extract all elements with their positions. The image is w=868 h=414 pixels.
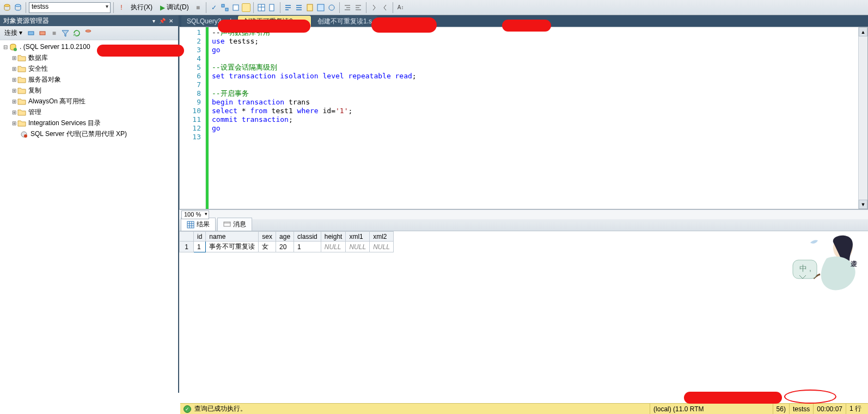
toolbar-separator xyxy=(206,2,206,13)
status-tail: 56) xyxy=(773,404,789,414)
code-editor[interactable]: 12345678910111213 --声明数据库引用use testss;go… xyxy=(179,27,868,209)
database-combo[interactable]: testss xyxy=(29,2,111,13)
close-icon[interactable]: ✕ xyxy=(167,17,175,24)
table-row[interactable]: 11事务不可重复读女201NULLNULLNULL xyxy=(180,242,394,252)
tree-item[interactable]: ⊞复制 xyxy=(0,85,178,96)
editor-scrollbar[interactable]: ▲ ▼ xyxy=(858,27,867,209)
expand-icon[interactable]: ⊞ xyxy=(11,120,17,126)
specify-values-icon[interactable]: A↕ xyxy=(396,3,406,13)
svg-point-9 xyxy=(329,5,334,10)
panel-header[interactable]: 对象资源管理器 ▾ 📌 ✕ xyxy=(0,15,178,26)
grid-icon xyxy=(187,221,194,228)
object-tree[interactable]: ⊟ . (SQL Server 11.0.2100 ⊞数据库⊞安全性⊞服务器对象… xyxy=(0,40,178,393)
expand-icon[interactable]: ⊞ xyxy=(11,55,17,61)
folder-icon xyxy=(17,86,26,94)
toolbar-separator xyxy=(26,2,26,13)
tree-item[interactable]: ⊞管理 xyxy=(0,107,178,118)
indent-icon[interactable] xyxy=(343,3,352,13)
disconnect-icon[interactable] xyxy=(38,28,47,38)
collapse-icon[interactable]: ⊟ xyxy=(2,44,9,50)
results-grid[interactable]: idnamesexageclassidheightxml1xml211事务不可重… xyxy=(179,231,868,393)
surround-icon[interactable] xyxy=(327,3,337,13)
message-icon xyxy=(223,221,231,228)
agent-icon xyxy=(20,130,28,138)
document-tab[interactable]: SQLQuery3.sql xyxy=(181,16,237,27)
filter-icon[interactable] xyxy=(60,28,70,38)
indent-more-icon[interactable] xyxy=(369,3,379,13)
status-bar: ✓ 查询已成功执行。 (local) (11.0 RTM 56) testss … xyxy=(180,403,868,414)
svg-point-0 xyxy=(4,4,10,7)
svg-point-12 xyxy=(85,30,91,32)
parse-icon[interactable]: ✓ xyxy=(209,3,219,13)
refresh-icon[interactable] xyxy=(72,28,82,38)
tree-item[interactable]: ⊞AlwaysOn 高可用性 xyxy=(0,96,178,107)
expand-icon[interactable]: ⊞ xyxy=(11,66,17,72)
scroll-up-icon[interactable]: ▲ xyxy=(859,27,867,36)
svg-point-1 xyxy=(15,4,21,7)
results-tab[interactable]: 结果 xyxy=(181,218,216,231)
column-header[interactable]: id xyxy=(194,232,206,242)
document-tab[interactable]: 创建不可重复读2.s✕ xyxy=(238,16,311,27)
db-refresh-icon[interactable] xyxy=(83,28,93,38)
stop-icon[interactable]: ■ xyxy=(193,3,203,13)
results-file-icon[interactable] xyxy=(267,3,277,13)
column-header[interactable]: sex xyxy=(259,232,276,242)
plan-icon[interactable] xyxy=(220,3,230,13)
folder-icon xyxy=(17,97,26,105)
column-header[interactable]: name xyxy=(206,232,259,242)
pin-icon[interactable]: 📌 xyxy=(158,17,166,24)
tree-item[interactable]: ⊞Integration Services 目录 xyxy=(0,118,178,128)
status-elapsed: 00:00:07 xyxy=(813,404,846,414)
code-content[interactable]: --声明数据库引用use testss;go --设置会话隔离级别set tra… xyxy=(209,27,858,209)
db-change-icon[interactable] xyxy=(13,3,23,13)
document-tab[interactable]: 创建不可重复读1.s xyxy=(312,16,377,27)
svg-rect-6 xyxy=(270,4,274,11)
tree-root[interactable]: ⊟ . (SQL Server 11.0.2100 xyxy=(0,41,178,52)
tree-item[interactable]: ⊞服务器对象 xyxy=(0,74,178,85)
close-icon[interactable]: ✕ xyxy=(301,18,305,24)
expand-icon[interactable]: ⊞ xyxy=(11,109,17,115)
editor-area: SQLQuery3.sql创建不可重复读2.s✕创建不可重复读1.s 12345… xyxy=(179,15,868,393)
stop-connect-icon[interactable]: ■ xyxy=(49,28,59,38)
warning-icon[interactable]: ! xyxy=(117,3,126,13)
svg-rect-11 xyxy=(40,32,45,35)
execute-button[interactable]: 执行(X) xyxy=(127,2,156,14)
status-text: 查询已成功执行。 xyxy=(194,404,247,413)
column-header[interactable]: classid xyxy=(294,232,321,242)
results-grid-icon[interactable] xyxy=(256,3,266,13)
messages-tab[interactable]: 消息 xyxy=(217,218,252,231)
book-icon[interactable] xyxy=(305,3,315,13)
results-to-text-icon[interactable] xyxy=(242,3,250,12)
object-explorer-panel: 对象资源管理器 ▾ 📌 ✕ 连接 ▾ ■ ⊟ . (SQL Server 11.… xyxy=(0,15,179,393)
expand-icon[interactable]: ⊞ xyxy=(11,98,17,104)
status-db: testss xyxy=(789,404,813,414)
svg-text:中 ,: 中 , xyxy=(799,264,811,273)
column-header[interactable]: xml1 xyxy=(346,232,370,242)
success-icon: ✓ xyxy=(184,405,191,413)
dropdown-icon[interactable]: ▾ xyxy=(150,17,157,24)
connect-icon[interactable] xyxy=(26,28,36,38)
actual-plan-icon[interactable] xyxy=(231,3,241,13)
decorative-character: 中 , 逆袭 xyxy=(788,228,865,299)
comment-icon[interactable] xyxy=(283,3,293,13)
snippet-icon[interactable] xyxy=(316,3,326,13)
tree-item[interactable]: ⊞安全性 xyxy=(0,63,178,74)
indent-less-icon[interactable] xyxy=(380,3,390,13)
tree-agent[interactable]: SQL Server 代理(已禁用代理 XP) xyxy=(0,128,178,139)
debug-button[interactable]: ▶调试(D) xyxy=(157,2,192,14)
zoom-combo[interactable]: 100 % xyxy=(181,211,209,219)
uncomment-icon[interactable] xyxy=(294,3,304,13)
line-gutter: 12345678910111213 xyxy=(180,27,206,209)
column-header[interactable]: age xyxy=(276,232,294,242)
outdent-icon[interactable] xyxy=(353,3,363,13)
expand-icon[interactable]: ⊞ xyxy=(11,77,17,83)
toolbar-separator xyxy=(366,2,366,13)
db-connect-icon[interactable] xyxy=(2,3,12,13)
svg-rect-4 xyxy=(233,5,239,10)
column-header[interactable]: height xyxy=(321,232,346,242)
column-header[interactable]: xml2 xyxy=(370,232,394,242)
connect-button[interactable]: 连接 ▾ xyxy=(2,28,25,38)
expand-icon[interactable]: ⊞ xyxy=(11,88,17,94)
scroll-down-icon[interactable]: ▼ xyxy=(859,200,867,209)
tree-item[interactable]: ⊞数据库 xyxy=(0,52,178,63)
